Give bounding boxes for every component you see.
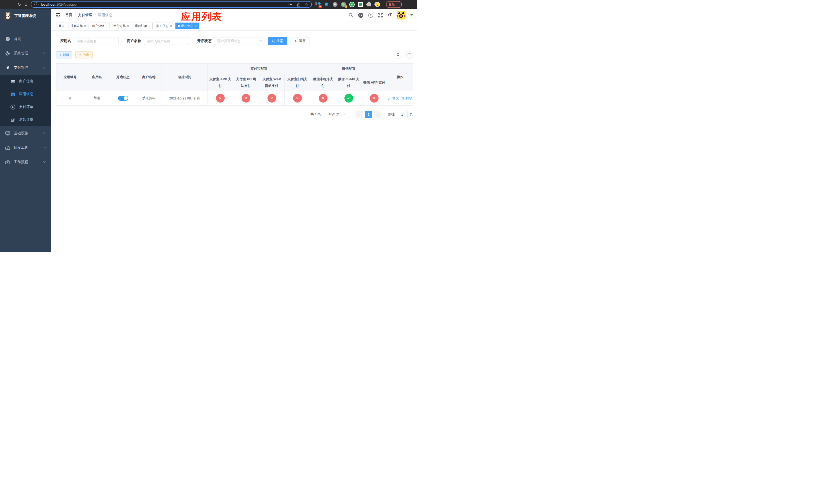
browser-forward-button[interactable]: →: [9, 1, 16, 8]
tab-app-info[interactable]: 应用信息 ×: [175, 23, 199, 29]
table-row: 6 芋道 芋道源码 2021-10-23 08:49:25 × ×: [57, 91, 413, 106]
sidebar-item-app-info[interactable]: 应用信息: [0, 88, 51, 100]
browser-back-button[interactable]: ←: [3, 1, 9, 8]
tab-pay-orders[interactable]: 支付订单 ×: [111, 23, 131, 29]
next-page-button[interactable]: ›: [374, 111, 381, 118]
chevron-down-icon: [43, 131, 46, 134]
tab-process-form[interactable]: 流程表单 ×: [68, 23, 88, 29]
sidebar-item-system[interactable]: 系统管理: [0, 46, 51, 61]
edit-link[interactable]: 修改: [388, 96, 399, 100]
address-bar[interactable]: i localhost:1024/pay/app ☆: [31, 1, 312, 8]
sidebar-item-infrastructure[interactable]: 基础设施: [0, 126, 51, 140]
close-icon[interactable]: ×: [170, 24, 172, 28]
site-info-icon[interactable]: i: [35, 2, 39, 6]
close-icon[interactable]: ×: [195, 24, 197, 28]
app-name-input[interactable]: [73, 37, 119, 45]
sidebar-item-label: 工作流程: [14, 160, 28, 164]
profile-emoji-icon[interactable]: [374, 2, 380, 7]
table-toolbar: + 新增 导出: [56, 51, 413, 59]
sidebar-item-dev-tools[interactable]: 研发工具: [0, 140, 51, 155]
prev-page-button[interactable]: ‹: [356, 111, 364, 118]
extension-recorder-icon[interactable]: 1: [341, 2, 346, 7]
refresh-table-button[interactable]: [405, 51, 413, 59]
search-icon[interactable]: [349, 13, 353, 18]
caret-down-icon[interactable]: [410, 14, 413, 17]
sidebar-item-refund-orders[interactable]: 退款订单: [0, 113, 51, 126]
delete-link[interactable]: 删除: [401, 96, 412, 100]
close-icon[interactable]: ×: [84, 24, 86, 28]
browser-update-button[interactable]: 更新 ⋮: [386, 1, 402, 8]
search-button[interactable]: 搜索: [268, 37, 287, 45]
toggle-search-button[interactable]: [394, 51, 402, 59]
github-icon[interactable]: [358, 13, 364, 18]
browser-menu-icon[interactable]: ⋮: [396, 3, 399, 6]
refresh-icon: [407, 53, 411, 56]
cell-merchant-name: 芋道源码: [136, 91, 162, 106]
tab-home[interactable]: 首页: [56, 23, 67, 29]
merchant-name-input[interactable]: [144, 37, 189, 45]
font-size-icon[interactable]: TT: [388, 13, 392, 18]
extensions-puzzle-icon[interactable]: [366, 2, 372, 7]
search-icon: [396, 53, 400, 56]
extension-diamond-icon[interactable]: 10: [315, 2, 321, 7]
cell-alipay-app: ×: [208, 91, 233, 106]
col-wechat-app: 微信 APP 支付: [361, 74, 387, 91]
cell-open-status: [110, 91, 136, 106]
sidebar-item-payment[interactable]: ¥ 支付管理: [0, 61, 51, 75]
sidebar-item-label: 基础设施: [14, 131, 28, 136]
help-icon[interactable]: ?: [368, 13, 373, 18]
download-icon: [79, 53, 82, 56]
tab-user-group[interactable]: 用户分组 ×: [90, 23, 110, 29]
toolbox-icon: [5, 145, 10, 150]
cell-alipay-qr: ×: [285, 91, 310, 106]
current-page-button[interactable]: 1: [365, 111, 372, 118]
open-status-label: 开启状态: [197, 39, 212, 43]
avatar[interactable]: [397, 11, 405, 20]
extension-y-icon[interactable]: y: [349, 2, 355, 7]
tab-label: 支付订单: [113, 24, 126, 28]
sidebar-item-home[interactable]: 首页: [0, 32, 51, 46]
export-button[interactable]: 导出: [75, 51, 93, 59]
tab-refund-orders[interactable]: 退款订单 ×: [133, 23, 153, 29]
breadcrumb: 首页 / 支付管理 / 应用信息: [65, 13, 112, 18]
sidebar-item-merchant-info[interactable]: 商户信息: [0, 75, 51, 88]
reset-button-label: 重置: [299, 39, 306, 43]
delete-label: 删除: [405, 96, 412, 100]
share-icon[interactable]: [297, 2, 301, 7]
wechat-jsapi-status-icon: ✓: [345, 94, 353, 102]
sidebar-item-pay-orders[interactable]: ¥ 支付订单: [0, 100, 51, 113]
extension-balloon-icon[interactable]: [324, 2, 329, 7]
close-icon[interactable]: ×: [106, 24, 108, 28]
breadcrumb-home[interactable]: 首页: [65, 13, 72, 18]
open-status-toggle[interactable]: [118, 96, 128, 101]
export-button-label: 导出: [83, 53, 89, 57]
fullscreen-icon[interactable]: [378, 13, 383, 18]
goto-page-input[interactable]: [397, 111, 408, 118]
password-key-icon[interactable]: [288, 2, 293, 7]
col-actions: 操作: [387, 64, 413, 91]
add-button-label: 新增: [63, 53, 69, 57]
sidebar-logo[interactable]: 芋道管理系统: [0, 9, 51, 23]
sidebar-collapse-icon[interactable]: [55, 12, 61, 18]
breadcrumb-payment[interactable]: 支付管理: [78, 13, 92, 18]
logo-rabbit-image: [4, 12, 12, 20]
pagination: 共 1 条 10条/页 ‹ 1 › 前往 页: [56, 111, 413, 118]
bookmark-star-icon[interactable]: ☆: [305, 3, 308, 6]
close-icon[interactable]: ×: [127, 24, 129, 28]
cell-wechat-app: ×: [361, 91, 387, 106]
open-status-select[interactable]: 请选择开启状态: [214, 37, 264, 45]
extension-chat-icon[interactable]: [357, 2, 363, 7]
add-button[interactable]: + 新增: [56, 51, 72, 59]
sidebar-item-workflow[interactable]: 工作流程: [0, 155, 51, 169]
tab-merchant-info[interactable]: 商户信息 ×: [154, 23, 174, 29]
sidebar-item-label: 支付订单: [19, 105, 33, 109]
page-size-select[interactable]: 10条/页: [324, 111, 350, 118]
chevron-down-icon: [259, 39, 262, 42]
reset-button[interactable]: ↻ 重置: [290, 37, 310, 45]
app-table: 应用编号 应用名 开启状态 商户名称 创建时间 支付宝配置 微信配置 操作 支付…: [56, 63, 413, 106]
update-label: 更新: [388, 2, 395, 7]
browser-home-button[interactable]: ⌂: [23, 1, 29, 8]
extension-command-icon[interactable]: ⌘: [332, 2, 338, 7]
browser-reload-button[interactable]: ↻: [16, 1, 23, 8]
close-icon[interactable]: ×: [149, 24, 151, 28]
